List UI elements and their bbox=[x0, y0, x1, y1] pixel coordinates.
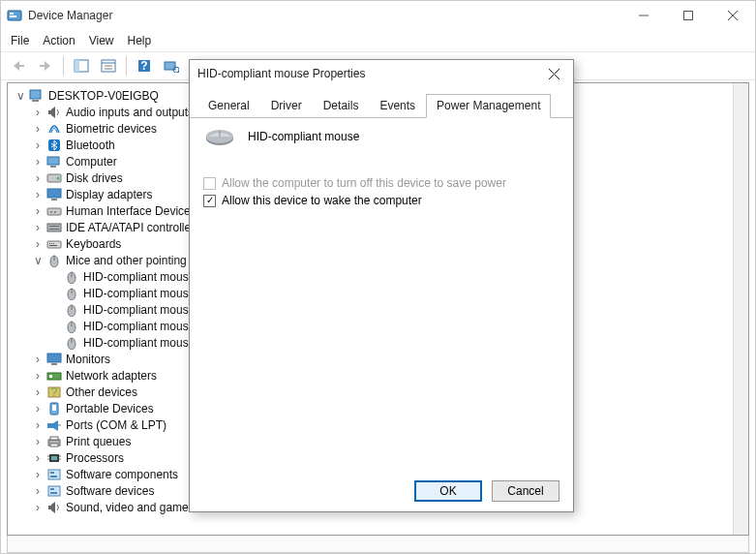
titlebar[interactable]: Device Manager bbox=[1, 1, 755, 30]
category-icon bbox=[46, 138, 62, 153]
category-label: IDE ATA/ATAPI controllers bbox=[66, 221, 200, 234]
ok-button[interactable]: OK bbox=[414, 480, 482, 502]
checkbox-power-off bbox=[203, 177, 216, 190]
device-name-label: HID-compliant mouse bbox=[248, 130, 359, 143]
svg-rect-64 bbox=[49, 375, 52, 378]
category-icon bbox=[46, 121, 62, 137]
expand-icon[interactable]: › bbox=[31, 204, 45, 218]
expand-icon[interactable]: › bbox=[31, 418, 45, 432]
expand-icon[interactable]: › bbox=[31, 501, 45, 514]
device-manager-window: Device Manager File Action View Help ? ∨… bbox=[0, 0, 756, 554]
expand-icon[interactable]: › bbox=[31, 122, 45, 136]
svg-rect-80 bbox=[48, 470, 60, 479]
toolbar-scan-button[interactable] bbox=[160, 55, 183, 77]
toolbar-show-hide-tree-button[interactable] bbox=[70, 55, 93, 77]
svg-marker-30 bbox=[51, 107, 55, 118]
checkbox-wake[interactable] bbox=[203, 195, 216, 207]
dialog-titlebar[interactable]: HID-compliant mouse Properties bbox=[190, 60, 573, 87]
dialog-close-button[interactable] bbox=[542, 62, 565, 85]
category-label: Print queues bbox=[66, 435, 131, 448]
minimize-button[interactable] bbox=[621, 1, 666, 30]
expand-icon[interactable]: › bbox=[31, 484, 45, 498]
expand-icon[interactable]: › bbox=[31, 138, 45, 152]
device-label: HID-compliant mouse bbox=[83, 320, 195, 333]
category-icon bbox=[46, 401, 62, 416]
close-button[interactable] bbox=[711, 1, 755, 30]
menu-help[interactable]: Help bbox=[128, 34, 152, 47]
svg-rect-33 bbox=[50, 166, 56, 168]
collapse-icon[interactable]: ∨ bbox=[14, 89, 27, 103]
device-label: HID-compliant mouse bbox=[83, 303, 195, 317]
svg-rect-44 bbox=[47, 241, 61, 248]
category-icon bbox=[46, 154, 62, 169]
menu-view[interactable]: View bbox=[89, 34, 114, 47]
mouse-icon bbox=[64, 269, 79, 285]
app-icon bbox=[7, 8, 22, 23]
toolbar-help-button[interactable]: ? bbox=[133, 55, 156, 77]
svg-marker-9 bbox=[45, 61, 50, 71]
menu-action[interactable]: Action bbox=[43, 34, 75, 47]
checkbox-wake-row[interactable]: Allow this device to wake the computer bbox=[203, 194, 559, 207]
svg-marker-87 bbox=[51, 502, 55, 513]
category-icon bbox=[46, 500, 62, 515]
toolbar-properties-button[interactable] bbox=[97, 55, 120, 77]
expand-icon[interactable]: › bbox=[31, 402, 45, 416]
category-icon bbox=[46, 368, 62, 384]
expand-icon[interactable]: › bbox=[31, 353, 45, 366]
svg-rect-85 bbox=[50, 492, 57, 494]
expand-icon[interactable]: › bbox=[31, 468, 45, 481]
category-label: Software devices bbox=[66, 484, 154, 498]
checkbox-power-off-row: Allow the computer to turn off this devi… bbox=[203, 176, 559, 190]
vertical-scrollbar[interactable] bbox=[733, 83, 748, 535]
menu-file[interactable]: File bbox=[11, 34, 29, 47]
svg-rect-28 bbox=[32, 100, 39, 102]
toolbar-back-button[interactable] bbox=[7, 55, 30, 77]
tree-root-label: DESKTOP-V0EIGBQ bbox=[48, 89, 159, 103]
category-label: Monitors bbox=[66, 353, 110, 366]
expand-icon[interactable]: › bbox=[31, 385, 45, 399]
cancel-button[interactable]: Cancel bbox=[492, 480, 559, 502]
svg-text:?: ? bbox=[51, 385, 58, 399]
device-label: HID-compliant mouse bbox=[83, 287, 195, 300]
expand-icon[interactable]: › bbox=[31, 369, 45, 383]
svg-marker-7 bbox=[14, 61, 19, 71]
svg-rect-43 bbox=[49, 229, 59, 230]
svg-rect-12 bbox=[75, 60, 79, 72]
category-label: Portable Devices bbox=[66, 402, 154, 416]
expand-icon[interactable]: › bbox=[31, 435, 45, 448]
mouse-icon bbox=[203, 126, 236, 147]
expand-icon[interactable]: › bbox=[31, 237, 45, 251]
category-label: Human Interface Devices bbox=[66, 204, 197, 218]
svg-line-21 bbox=[178, 72, 179, 73]
toolbar-forward-button[interactable] bbox=[34, 55, 57, 77]
svg-rect-86 bbox=[48, 506, 51, 509]
category-icon bbox=[46, 203, 62, 219]
svg-rect-46 bbox=[51, 243, 52, 244]
category-label: Bluetooth bbox=[66, 138, 115, 152]
svg-rect-37 bbox=[51, 199, 57, 200]
category-icon bbox=[46, 467, 62, 482]
expand-icon[interactable]: › bbox=[31, 221, 45, 234]
svg-rect-36 bbox=[47, 189, 61, 198]
category-label: Software components bbox=[66, 468, 178, 481]
category-label: Disk drives bbox=[66, 171, 123, 185]
category-icon bbox=[46, 220, 62, 235]
svg-rect-61 bbox=[47, 354, 61, 362]
category-icon bbox=[46, 187, 62, 202]
category-icon bbox=[46, 352, 62, 367]
maximize-button[interactable] bbox=[666, 1, 711, 30]
expand-icon[interactable]: › bbox=[31, 155, 45, 169]
expand-icon[interactable]: ∨ bbox=[31, 254, 45, 267]
category-icon bbox=[46, 483, 62, 499]
toolbar-separator bbox=[126, 56, 127, 76]
expand-icon[interactable]: › bbox=[31, 106, 45, 119]
svg-rect-68 bbox=[52, 405, 56, 411]
expand-icon[interactable]: › bbox=[31, 451, 45, 465]
category-icon bbox=[46, 434, 62, 449]
mouse-icon bbox=[64, 335, 79, 351]
svg-point-40 bbox=[54, 211, 56, 213]
svg-rect-29 bbox=[48, 110, 51, 114]
expand-icon[interactable]: › bbox=[31, 171, 45, 185]
menubar: File Action View Help bbox=[1, 30, 755, 51]
expand-icon[interactable]: › bbox=[31, 188, 45, 201]
